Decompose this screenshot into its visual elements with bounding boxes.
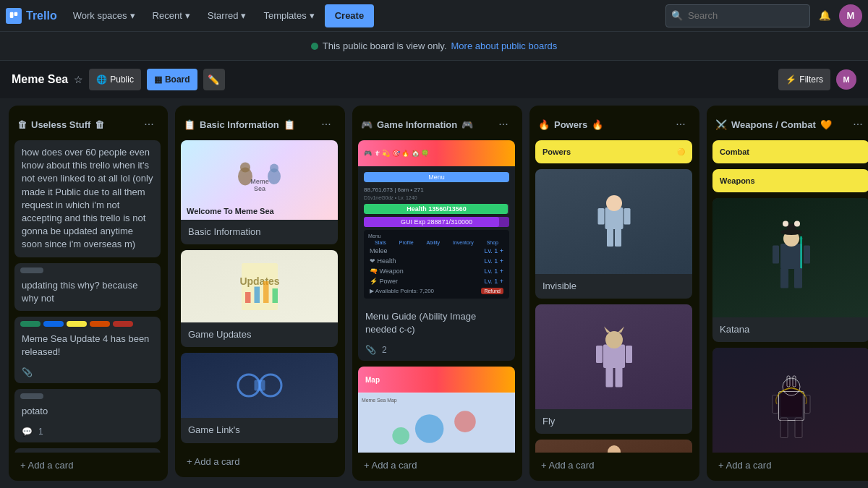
svg-rect-51 [794,268,802,288]
add-card-weapons[interactable]: + Add a card [712,455,868,475]
links-svg [231,360,289,411]
column-header-powers: 🔥 Powers 🔥 ··· [535,111,694,140]
column-title-powers: 🔥 Powers 🔥 [538,119,603,130]
column-menu-useless[interactable]: ··· [139,114,159,134]
column-title-basic: 📋 Basic Information 📋 [184,119,295,130]
add-card-useless[interactable]: + Add a card [14,455,162,475]
trash-icon: 🗑 [17,119,27,130]
svg-rect-13 [272,288,278,303]
card-combat-header[interactable]: Combat [712,140,868,163]
card-power-3[interactable] [535,440,692,453]
trello-logo-icon [6,8,22,24]
links-image [181,353,338,418]
column-title-game: 🎮 Game Information 🎮 [361,119,473,130]
board-title: Meme Sea [12,73,68,86]
card-katana[interactable]: Katana [712,198,868,342]
label-red [113,321,133,327]
search-input[interactable] [665,4,810,27]
label-gray [20,267,43,273]
svg-rect-33 [626,346,632,363]
avatar[interactable]: M [839,4,862,27]
column-menu-basic[interactable]: ··· [316,114,336,134]
svg-rect-34 [605,367,613,388]
clipboard-icon: 📋 [184,119,195,130]
templates-button[interactable]: Templates ▾ [256,4,321,27]
create-button[interactable]: Create [325,4,374,27]
column-menu-game[interactable]: ··· [493,114,514,134]
recent-button[interactable]: Recent ▾ [145,4,197,27]
game-info-header: 🎮 🗡 💫 🎯 🔥 🏠 🍀 [358,140,515,166]
power3-svg [585,443,643,453]
star-button[interactable]: ☆ [74,74,83,85]
board-avatar[interactable]: M [836,69,856,90]
filters-button[interactable]: ⚡ Filters [778,69,830,90]
card-useless-5[interactable]: Tier List Broken Rn So I'll Update It An… [14,448,161,453]
card-useless-3[interactable]: Meme Sea Update 4 has been released! 📎 [14,317,161,383]
card-game-updates[interactable]: Updates Game Updates [181,250,338,347]
sword-icon: ⚔️ [715,119,727,130]
public-boards-link[interactable]: More about public boards [451,40,558,51]
fire-icon2: 🔥 [592,119,603,130]
card-hanger[interactable]: Hanger [712,348,868,453]
board-area: 🗑 Useless Stuff 🗑 ··· how does over 60 p… [0,98,868,488]
add-card-basic[interactable]: + Add a card [181,452,339,471]
chevron-down-icon: ▾ [130,10,135,21]
map-header: Map [358,367,515,393]
filter-icon: ⚡ [786,74,796,85]
svg-rect-60 [780,418,788,438]
combat-header-bar: Combat [712,140,868,163]
cards-useless: how does over 60 people even know about … [14,140,162,453]
svg-point-23 [606,195,622,211]
stats-line: 88,761,673 | 6am • 271 [358,185,515,194]
card-game-links[interactable]: Game Link's [181,353,338,442]
column-useless-stuff: 🗑 Useless Stuff 🗑 ··· how does over 60 p… [9,106,168,481]
svg-point-20 [392,427,409,445]
invisible-svg [578,179,650,265]
svg-marker-30 [604,326,610,333]
customize-button[interactable]: ✏️ [203,69,225,90]
column-menu-weapons[interactable]: ··· [848,114,868,134]
card-map[interactable]: Map Meme Sea Map [358,367,515,453]
globe-icon: 🌐 [96,74,107,85]
invisible-image [535,169,692,274]
menu-button-img: Menu [364,172,509,182]
katana-image [712,198,868,317]
column-menu-powers[interactable]: ··· [671,114,691,134]
label-gray2 [20,393,43,399]
cards-powers: Powers 🟡 [535,140,694,453]
svg-rect-46 [773,245,779,263]
visibility-button[interactable]: 🌐 Public [89,69,141,90]
svg-rect-16 [254,380,265,391]
label-blue [43,321,64,327]
card-weapons-header[interactable]: Weapons [712,169,868,192]
bell-icon: 🔔 [819,10,831,21]
attachment-icon3: 📎 [365,345,376,355]
card-useless-1[interactable]: how does over 60 people even know about … [14,140,161,257]
notifications-button[interactable]: 🔔 [813,4,836,27]
add-card-game[interactable]: + Add a card [358,455,516,475]
starred-button[interactable]: Starred ▾ [200,4,254,27]
svg-rect-58 [773,395,778,413]
svg-point-5 [270,164,278,173]
board-view-button[interactable]: ▦ Board [147,69,197,90]
card-invisible[interactable]: Invisible [535,169,692,299]
card-useless-2[interactable]: updating this why? because why not [14,263,161,311]
workspaces-button[interactable]: Work spaces ▾ [66,4,142,27]
card-powers-header[interactable]: Powers 🟡 [535,140,692,163]
svg-marker-31 [618,326,624,333]
label-yellow [67,321,87,327]
powers-header-bar: Powers 🟡 [535,140,692,163]
map-image: Meme Sea Map [358,393,515,453]
board-icon: ▦ [154,74,162,85]
search-wrapper: 🔍 [665,4,810,27]
card-game-info-special[interactable]: 🎮 🗡 💫 🎯 🔥 🏠 🍀 Menu 88,761,673 | 6am • 27… [358,140,515,361]
card-useless-4[interactable]: potato 💬 1 [14,389,161,442]
card-basic-info[interactable]: Meme Sea Welcome To Meme Sea Basic Infor… [181,140,338,244]
search-icon: 🔍 [671,10,683,21]
fly-image [535,304,692,409]
svg-rect-11 [254,286,260,303]
top-nav: Trello Work spaces ▾ Recent ▾ Starred ▾ … [0,0,868,32]
add-card-powers[interactable]: + Add a card [535,455,694,475]
card-fly[interactable]: Fly [535,304,692,434]
public-banner-text: This public board is view only. [323,40,447,51]
